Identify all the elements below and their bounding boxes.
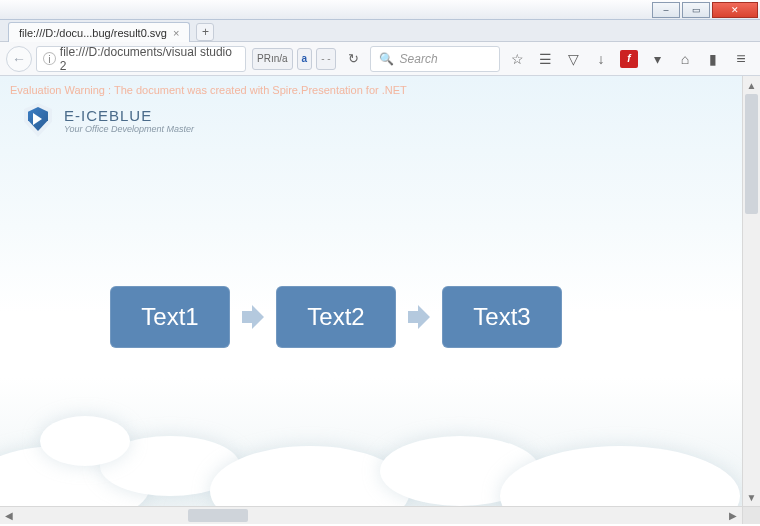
vertical-scrollbar[interactable]: ▲ ▼ — [742, 76, 760, 506]
info-square-icon[interactable]: ▮ — [704, 50, 722, 68]
page-content: Evaluation Warning : The document was cr… — [0, 76, 742, 506]
hscroll-track[interactable] — [18, 507, 724, 524]
scroll-down-icon[interactable]: ▼ — [743, 488, 760, 506]
back-button[interactable]: ← — [6, 46, 32, 72]
reload-button[interactable]: ↻ — [342, 47, 366, 71]
logo-brand-name: E-ICEBLUE — [64, 107, 194, 124]
search-placeholder: Search — [400, 52, 438, 66]
addon-badges: PRın/a a - - — [250, 48, 338, 70]
smartart-flow: Text1 Text2 Text3 — [110, 286, 562, 348]
bookmark-star-icon[interactable]: ☆ — [508, 50, 526, 68]
badge-dashes[interactable]: - - — [316, 48, 335, 70]
window-titlebar: – ▭ ✕ — [0, 0, 760, 20]
arrow-connector-icon — [240, 303, 266, 331]
smartart-box-2: Text2 — [276, 286, 396, 348]
maximize-button[interactable]: ▭ — [682, 2, 710, 18]
new-tab-button[interactable]: + — [196, 23, 214, 41]
scroll-right-icon[interactable]: ▶ — [724, 510, 742, 521]
close-button[interactable]: ✕ — [712, 2, 758, 18]
window-controls: – ▭ ✕ — [652, 2, 758, 18]
site-info-icon[interactable]: i — [43, 52, 56, 65]
cloud-decoration — [0, 396, 742, 506]
library-icon[interactable]: ☰ — [536, 50, 554, 68]
home-icon[interactable]: ⌂ — [676, 50, 694, 68]
smartart-box-3: Text3 — [442, 286, 562, 348]
logo-tagline: Your Office Development Master — [64, 124, 194, 134]
overflow-icon[interactable]: ▾ — [648, 50, 666, 68]
hamburger-menu-icon[interactable]: ≡ — [732, 50, 750, 68]
flash-plugin-icon[interactable]: f — [620, 50, 638, 68]
tab-title: file:///D:/docu...bug/result0.svg — [19, 27, 167, 39]
scroll-left-icon[interactable]: ◀ — [0, 510, 18, 521]
brand-logo: E-ICEBLUE Your Office Development Master — [20, 102, 194, 138]
badge-a[interactable]: a — [297, 48, 313, 70]
search-field[interactable]: 🔍 Search — [370, 46, 500, 72]
hscroll-thumb[interactable] — [188, 509, 248, 522]
evaluation-warning: Evaluation Warning : The document was cr… — [10, 84, 407, 96]
toolbar-icons: ☆ ☰ ▽ ↓ f ▾ ⌂ ▮ ≡ — [504, 50, 754, 68]
vscroll-thumb[interactable] — [745, 94, 758, 214]
tab-close-icon[interactable]: × — [173, 27, 179, 39]
minimize-button[interactable]: – — [652, 2, 680, 18]
badge-prina[interactable]: PRın/a — [252, 48, 293, 70]
horizontal-scrollbar[interactable]: ◀ ▶ — [0, 506, 760, 524]
scroll-up-icon[interactable]: ▲ — [743, 76, 760, 94]
search-icon: 🔍 — [379, 52, 394, 66]
url-text: file:///D:/documents/visual studio 2 — [60, 45, 239, 73]
browser-viewport: Evaluation Warning : The document was cr… — [0, 76, 760, 506]
shield-logo-icon — [20, 102, 56, 138]
scroll-corner — [742, 507, 760, 524]
logo-text: E-ICEBLUE Your Office Development Master — [64, 107, 194, 134]
downloads-icon[interactable]: ↓ — [592, 50, 610, 68]
pocket-icon[interactable]: ▽ — [564, 50, 582, 68]
address-bar[interactable]: i file:///D:/documents/visual studio 2 — [36, 46, 246, 72]
browser-tab[interactable]: file:///D:/docu...bug/result0.svg × — [8, 22, 190, 42]
smartart-box-1: Text1 — [110, 286, 230, 348]
nav-toolbar: ← i file:///D:/documents/visual studio 2… — [0, 42, 760, 76]
arrow-connector-icon — [406, 303, 432, 331]
tab-strip: file:///D:/docu...bug/result0.svg × + — [0, 20, 760, 42]
